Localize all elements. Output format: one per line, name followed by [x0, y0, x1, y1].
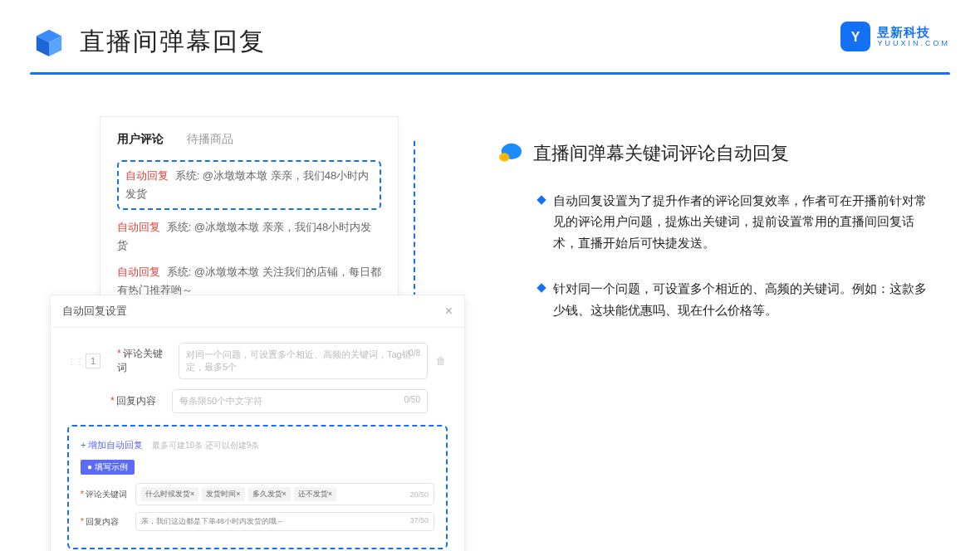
auto-reply-tag: 自动回复	[117, 266, 160, 278]
svg-text:Y: Y	[851, 30, 860, 44]
close-icon[interactable]: ×	[445, 304, 453, 319]
example-keyword-row: *评论关键词 什么时候发货× 发货时间× 多久发货× 还不发货× 20/50	[81, 483, 434, 505]
drag-handle-icon[interactable]: ⋮⋮	[67, 357, 77, 366]
dialog-header: 自动回复设置 ×	[51, 295, 464, 328]
add-auto-reply-link[interactable]: + 增加自动回复	[81, 439, 143, 451]
dialog-title: 自动回复设置	[62, 304, 127, 319]
section-header: 直播间弹幕关键词评论自动回复	[498, 141, 938, 166]
brand-hex-icon: Y	[840, 22, 870, 51]
keyword-form-row: ⋮⋮ 1 *评论关键词 对同一个问题，可设置多个相近、高频的关键词，Tag锁定，…	[67, 343, 448, 379]
reply-form-row: *回复内容 每条限50个中文字符 0/50	[67, 389, 448, 413]
page-title: 直播间弹幕回复	[80, 25, 266, 59]
page-header: 直播间弹幕回复	[0, 0, 980, 69]
bullet-list: 自动回复设置为了提升作者的评论回复效率，作者可在开播前针对常见的评论用户问题，提…	[498, 191, 938, 321]
brand-logo: Y 昱新科技 YUUXIN.COM	[840, 22, 950, 51]
section-title: 直播间弹幕关键词评论自动回复	[533, 141, 789, 166]
auto-reply-tag: 自动回复	[117, 221, 160, 233]
example-highlight-box: + 增加自动回复 最多可建10条 还可以创建9条 ● 填写示例 *评论关键词 什…	[67, 425, 448, 549]
auto-reply-settings-dialog: 自动回复设置 × ⋮⋮ 1 *评论关键词 对同一个问题，可设置多个相近、高频的关…	[50, 295, 465, 551]
ex-reply-label: *回复内容	[81, 516, 129, 528]
explanation-panel: 直播间弹幕关键词评论自动回复 自动回复设置为了提升作者的评论回复效率，作者可在开…	[498, 141, 938, 346]
keyword-input[interactable]: 对同一个问题，可设置多个相近、高频的关键词，Tag锁定，最多5个 0/8	[179, 343, 428, 379]
chip[interactable]: 发货时间×	[202, 487, 244, 501]
bullet-text: 针对同一个问题，可设置多个相近的、高频的关键词。例如：这款多少钱、这块能优惠吗、…	[553, 279, 938, 321]
keyword-counter: 0/8	[409, 349, 420, 358]
highlighted-comment: 自动回复 系统: @冰墩墩本墩 亲亲，我们48小时内发货	[117, 160, 381, 210]
brand-name-en: YUUXIN.COM	[877, 40, 950, 47]
diamond-bullet-icon	[537, 195, 546, 204]
chip[interactable]: 什么时候发货×	[141, 487, 198, 501]
svg-point-6	[499, 153, 509, 161]
diamond-bullet-icon	[537, 283, 546, 292]
auto-reply-tag: 自动回复	[125, 169, 169, 182]
example-keyword-chips[interactable]: 什么时候发货× 发货时间× 多久发货× 还不发货× 20/50	[135, 483, 434, 505]
screenshot-cluster: 用户评论 待播商品 自动回复 系统: @冰墩墩本墩 亲亲，我们48小时内发货 自…	[50, 116, 473, 523]
add-hint: 最多可建10条 还可以创建9条	[152, 441, 259, 450]
row-index: 1	[86, 354, 100, 368]
example-reply-input[interactable]: 亲，我们这边都是下单48小时内发货的哦～ 37/50	[135, 512, 434, 531]
brand-name-cn: 昱新科技	[877, 26, 950, 38]
ex-keyword-counter: 20/50	[409, 490, 429, 499]
cube-icon	[33, 27, 65, 58]
reply-counter: 0/50	[404, 395, 420, 404]
comment-row: 自动回复 系统: @冰墩墩本墩 亲亲，我们48小时内发货	[117, 218, 381, 255]
example-badge: ● 填写示例	[81, 460, 135, 475]
bullet-text: 自动回复设置为了提升作者的评论回复效率，作者可在开播前针对常见的评论用户问题，提…	[553, 191, 938, 254]
reply-input[interactable]: 每条限50个中文字符 0/50	[172, 389, 428, 413]
comments-tabs: 用户评论 待播商品	[117, 132, 381, 147]
example-reply-row: *回复内容 亲，我们这边都是下单48小时内发货的哦～ 37/50	[81, 512, 434, 531]
ex-reply-counter: 37/50	[409, 516, 429, 524]
keyword-label: *评论关键词	[117, 347, 170, 375]
header-rule	[30, 72, 950, 75]
bullet-item: 针对同一个问题，可设置多个相近的、高频的关键词。例如：这款多少钱、这块能优惠吗、…	[538, 279, 938, 321]
chip[interactable]: 还不发货×	[294, 487, 336, 501]
reply-label: *回复内容	[110, 394, 164, 408]
bullet-item: 自动回复设置为了提升作者的评论回复效率，作者可在开播前针对常见的评论用户问题，提…	[538, 191, 938, 254]
tab-user-comments[interactable]: 用户评论	[117, 132, 164, 147]
chat-bubble-icon	[498, 143, 523, 164]
ex-keyword-label: *评论关键词	[81, 489, 129, 500]
delete-icon[interactable]: 🗑	[436, 355, 448, 367]
chip[interactable]: 多久发货×	[248, 487, 291, 501]
tab-pending-products[interactable]: 待播商品	[187, 132, 233, 147]
